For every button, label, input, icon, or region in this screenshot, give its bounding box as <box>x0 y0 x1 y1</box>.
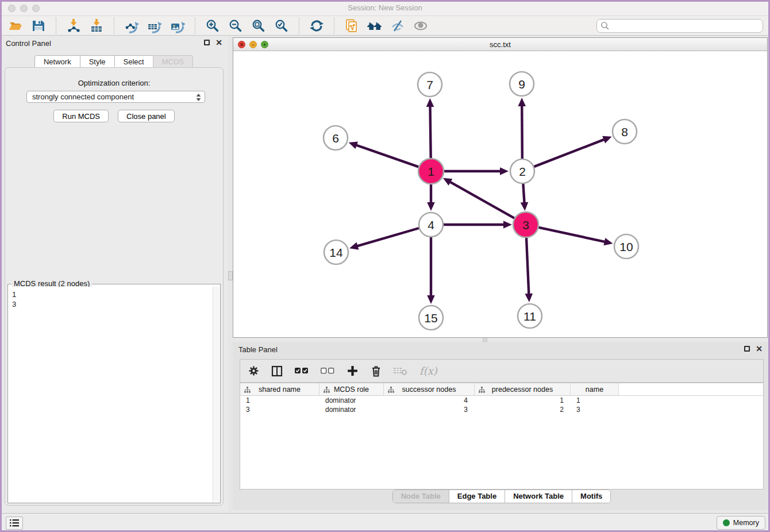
unselect-all-columns-icon[interactable] <box>321 368 334 374</box>
graph-node-label: 8 <box>621 125 628 138</box>
mcds-result-line: 3 <box>12 299 209 309</box>
control-panel: Control Panel ✕ NetworkStyleSelectMCDS O… <box>0 36 228 513</box>
graph-edge-arrowhead <box>518 98 526 106</box>
column-header-successor-nodes[interactable]: successor nodes <box>384 383 475 395</box>
delete-column-icon[interactable] <box>371 365 382 377</box>
show-column-panel-icon[interactable] <box>271 365 283 377</box>
table-cell-predecessor-nodes[interactable]: 2 <box>475 405 571 414</box>
graph-node-label: 11 <box>523 310 536 323</box>
network-window: ✕ − + scc.txt 1234678910111415 <box>233 37 768 338</box>
table-cell-shared-name[interactable]: 3 <box>240 405 319 414</box>
column-header-label: successor nodes <box>402 385 456 394</box>
graph-edge-2-9[interactable] <box>522 105 522 161</box>
table-cell-shared-name[interactable]: 1 <box>240 396 319 405</box>
table-cell-mcds-role[interactable]: dominator <box>319 396 384 405</box>
graph-edge-1-6[interactable] <box>356 145 422 168</box>
table-cell-name[interactable]: 3 <box>571 405 619 414</box>
table-cell-successor-nodes[interactable]: 3 <box>384 405 475 414</box>
graph-edge-arrowhead <box>427 202 435 211</box>
tab-edge-table[interactable]: Edge Table <box>449 490 505 503</box>
run-mcds-button[interactable]: Run MCDS <box>53 110 109 122</box>
column-header-predecessor-nodes[interactable]: predecessor nodes <box>475 383 571 395</box>
graph-edge-2-8[interactable] <box>532 139 605 167</box>
network-window-title: scc.txt <box>233 38 767 51</box>
graph-edge-1-7[interactable] <box>430 106 430 161</box>
table-panel-title: Table Panel <box>238 345 278 354</box>
memory-status-dot <box>723 519 730 526</box>
table-row[interactable]: 3dominator323 <box>240 405 763 414</box>
create-column-icon[interactable] <box>346 365 359 377</box>
graph-edge-arrowhead <box>427 295 435 304</box>
export-table-icon[interactable] <box>146 18 163 34</box>
export-network-icon[interactable] <box>123 18 140 34</box>
open-session-icon[interactable] <box>7 18 24 34</box>
graph-edge-3-10[interactable] <box>536 227 606 242</box>
table-cell-mcds-role[interactable]: dominator <box>319 405 384 414</box>
zoom-out-icon[interactable] <box>227 18 244 34</box>
graph-node-label: 9 <box>518 78 525 91</box>
column-header-mcds-role[interactable]: MCDS role <box>319 383 384 395</box>
graph-node-label: 7 <box>426 78 433 91</box>
graph-edge-3-11[interactable] <box>526 234 529 295</box>
vertical-splitter[interactable] <box>228 36 233 513</box>
graph-edge-arrowhead <box>349 242 359 250</box>
optimization-criterion-label: Optimization criterion: <box>5 79 223 87</box>
graph-edge-arrowhead <box>525 294 533 302</box>
tab-motifs[interactable]: Motifs <box>572 490 610 503</box>
graph-node-label: 4 <box>428 218 434 232</box>
graph-node-label: 10 <box>619 240 633 253</box>
table-cell-successor-nodes[interactable]: 4 <box>384 396 475 405</box>
table-row[interactable]: 1dominator411 <box>240 396 763 405</box>
graph-node-label: 14 <box>329 246 343 259</box>
float-panel-icon[interactable] <box>204 40 210 45</box>
refresh-icon[interactable] <box>308 18 325 34</box>
close-panel-icon[interactable]: ✕ <box>215 39 222 46</box>
zoom-in-icon[interactable] <box>204 18 221 34</box>
graph-edge-4-14[interactable] <box>357 228 422 246</box>
import-network-icon[interactable] <box>65 18 82 34</box>
criterion-select[interactable]: strongly connected component <box>26 91 205 103</box>
toolbar-separator <box>56 18 56 34</box>
network-window-titlebar[interactable]: ✕ − + scc.txt <box>233 38 767 51</box>
import-table-icon[interactable] <box>88 18 105 34</box>
tab-node-table[interactable]: Node Table <box>393 490 449 503</box>
memory-label: Memory <box>733 519 759 527</box>
control-panel-title: Control Panel <box>6 39 51 48</box>
mcds-result-text[interactable]: 13 <box>9 287 213 502</box>
column-header-shared-name[interactable]: shared name <box>240 383 319 395</box>
table-cell-predecessor-nodes[interactable]: 1 <box>475 396 571 405</box>
mcds-result-scrollbar[interactable] <box>213 287 220 502</box>
table-header-row: shared nameMCDS rolesuccessor nodesprede… <box>240 383 763 396</box>
table-settings-gear-icon[interactable] <box>248 365 259 376</box>
splitter-grip[interactable] <box>228 271 233 280</box>
app-titlebar: Session: New Session <box>0 0 770 16</box>
search-input[interactable] <box>596 19 763 33</box>
duplicate-network-icon[interactable] <box>343 18 360 34</box>
function-builder-icon-disabled: f(x) <box>419 365 437 377</box>
table-tabs: Node TableEdge TableNetwork TableMotifs <box>392 489 611 503</box>
hide-style-icon[interactable] <box>389 18 406 34</box>
show-view-icon[interactable] <box>412 18 429 34</box>
zoom-selected-icon[interactable] <box>273 18 290 34</box>
memory-button[interactable]: Memory <box>717 516 765 530</box>
toolbar-separator <box>334 18 334 34</box>
show-panel-list-button[interactable] <box>6 516 23 530</box>
tab-network-table[interactable]: Network Table <box>505 490 572 503</box>
float-table-panel-icon[interactable] <box>744 346 750 352</box>
save-session-icon[interactable] <box>30 18 47 34</box>
column-header-name[interactable]: name <box>571 383 619 395</box>
graph-edge-arrowhead <box>602 136 611 144</box>
network-canvas[interactable]: 1234678910111415 <box>233 51 767 337</box>
select-all-columns-icon[interactable] <box>295 368 309 374</box>
table-panel: Table Panel ✕ f(x) shared nameMCDS rol <box>233 342 768 510</box>
graph-edge-2-3[interactable] <box>523 181 525 203</box>
close-table-panel-icon[interactable]: ✕ <box>756 345 763 352</box>
app-title: Session: New Session <box>0 0 770 16</box>
zoom-fit-icon[interactable] <box>250 18 267 34</box>
toolbar-separator <box>299 18 299 34</box>
table-cell-name[interactable]: 1 <box>571 396 619 405</box>
export-image-icon[interactable] <box>169 18 186 34</box>
close-panel-button[interactable]: Close panel <box>118 110 175 122</box>
graph-edge-3-1[interactable] <box>449 182 517 219</box>
home-icon[interactable] <box>366 18 383 34</box>
